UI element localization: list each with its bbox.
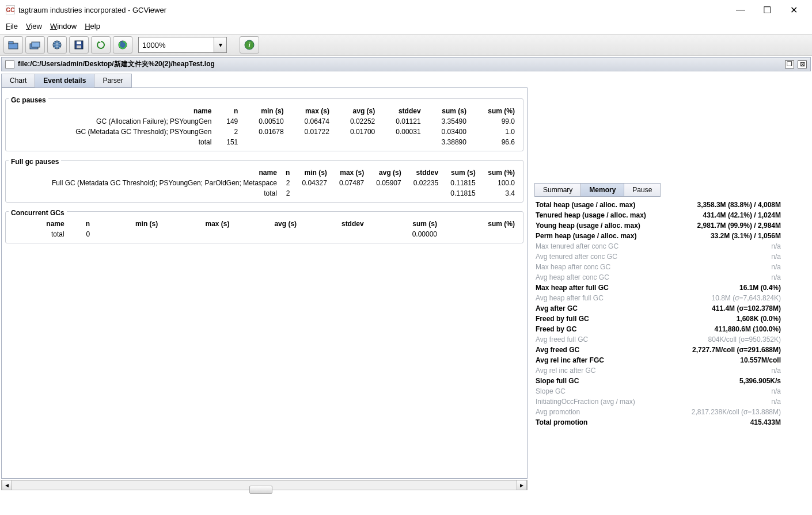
save-button[interactable] [69, 36, 89, 54]
window-controls: — ☐ ✕ [733, 3, 806, 16]
stat-row: Tenured heap (usage / alloc. max)431.4M … [534, 211, 782, 220]
close-button[interactable]: ✕ [786, 3, 802, 16]
section-title: Concurrent GCs [9, 209, 67, 217]
maximize-button[interactable]: ☐ [759, 3, 775, 16]
stat-row: Max tenured after conc GCn/a [534, 242, 782, 251]
detail-tabs: Chart Event details Parser [0, 71, 529, 87]
stat-value: 2,981.7M (99.9%) / 2,984M [697, 222, 781, 230]
stat-label: Slope GC [536, 387, 566, 395]
scroll-right-arrow[interactable]: ▸ [517, 480, 527, 490]
table-header-row: name n min (s) max (s) avg (s) stddev su… [10, 219, 518, 229]
stat-row: Avg heap after conc GCn/a [534, 273, 782, 282]
tab-event-details[interactable]: Event details [35, 74, 94, 87]
stat-value: 10.557M/coll [740, 356, 781, 364]
stat-row: Slope GCn/a [534, 387, 782, 396]
horizontal-scrollbar[interactable]: ◂ ▸ [1, 480, 528, 490]
left-pane: Chart Event details Parser Gc pauses nam… [0, 71, 529, 490]
table-row: total00.00000 [10, 229, 518, 239]
stat-row: Perm heap (usage / alloc. max)33.2M (3.1… [534, 231, 782, 241]
open-file-button[interactable] [3, 36, 23, 54]
stat-value: n/a [771, 273, 781, 281]
zoom-dropdown-button[interactable]: ▾ [214, 37, 226, 52]
document-path: file:/C:/Users/admin/Desktop/新建文件夹%20(2)… [18, 59, 785, 69]
window-title: tagtraum industries incorporated - GCVie… [18, 6, 733, 14]
stat-value: n/a [771, 367, 781, 375]
tab-parser[interactable]: Parser [94, 74, 131, 87]
zoom-input[interactable] [139, 40, 214, 51]
tab-chart[interactable]: Chart [1, 74, 35, 87]
minimize-button[interactable]: — [733, 3, 749, 16]
stat-value: n/a [771, 398, 781, 406]
stat-label: Max heap after full GC [536, 284, 609, 292]
scroll-left-arrow[interactable]: ◂ [2, 480, 12, 490]
stat-label: Avg heap after full GC [536, 294, 604, 302]
stat-value: 16.1M (0.4%) [739, 284, 781, 292]
stat-row: Max heap after full GC16.1M (0.4%) [534, 283, 782, 292]
menu-file[interactable]: File [6, 22, 18, 30]
section-title: Gc pauses [9, 96, 48, 104]
memory-stats-list: Total heap (usage / alloc. max)3,358.3M … [534, 200, 782, 427]
close-doc-icon[interactable]: ⊠ [798, 60, 807, 68]
stat-value: n/a [771, 263, 781, 271]
restore-icon[interactable]: ❐ [785, 60, 794, 68]
table-row: total20.118153.4 [10, 188, 518, 199]
stat-label: Total promotion [536, 418, 587, 426]
scroll-thumb[interactable] [249, 486, 272, 494]
refresh-button[interactable] [91, 36, 111, 54]
table-row: GC (Metadata GC Threshold); PSYoungGen20… [10, 127, 518, 137]
stat-label: Avg freed full GC [536, 335, 588, 344]
menu-help[interactable]: Help [85, 22, 100, 30]
stat-label: Avg tenured after conc GC [536, 253, 617, 261]
stat-label: Slope full GC [536, 377, 579, 385]
document-icon [5, 60, 14, 68]
stat-value: n/a [771, 253, 781, 261]
gc-pauses-table: name n min (s) max (s) avg (s) stddev su… [10, 106, 518, 147]
stat-label: Avg rel inc after GC [536, 367, 595, 375]
tab-summary[interactable]: Summary [534, 183, 581, 197]
tab-memory[interactable]: Memory [580, 183, 624, 197]
stat-row: Total heap (usage / alloc. max)3,358.3M … [534, 200, 782, 209]
stat-row: Max heap after conc GCn/a [534, 262, 782, 272]
menu-view[interactable]: View [26, 22, 42, 30]
open-series-button[interactable] [25, 36, 45, 54]
open-url-button[interactable] [47, 36, 67, 54]
stats-tabs: Summary Memory Pause [534, 183, 782, 197]
stat-value: 411,880.6M (100.0%) [715, 325, 781, 333]
stat-row: Total promotion415.433M [534, 418, 782, 427]
stat-row: Avg rel inc after GCn/a [534, 366, 782, 375]
stat-row: Avg rel inc after FGC10.557M/coll [534, 356, 782, 365]
concurrent-gcs-table: name n min (s) max (s) avg (s) stddev su… [10, 219, 518, 239]
table-header-row: name n min (s) max (s) avg (s) stddev su… [10, 167, 518, 178]
zoom-combo[interactable]: ▾ [138, 37, 227, 53]
stat-label: InitiatingOccFraction (avg / max) [536, 398, 635, 406]
stat-label: Total heap (usage / alloc. max) [536, 201, 635, 209]
stat-row: Avg after GC411.4M (σ=102.378M) [534, 304, 782, 313]
stat-label: Max heap after conc GC [536, 263, 610, 271]
stat-label: Avg freed GC [536, 346, 579, 354]
internal-window-controls: ❐ ⊠ [785, 60, 807, 68]
menu-window[interactable]: Window [50, 22, 77, 30]
stat-row: Slope full GC5,396.905K/s [534, 376, 782, 386]
stat-row: Avg heap after full GC10.8M (σ=7,643.824… [534, 293, 782, 303]
stat-label: Avg promotion [536, 408, 580, 416]
stat-value: 431.4M (42.1%) / 1,024M [703, 211, 781, 219]
stat-label: Avg rel inc after FGC [536, 356, 604, 364]
section-title: Full gc pauses [9, 158, 61, 166]
table-header-row: name n min (s) max (s) avg (s) stddev su… [10, 106, 518, 116]
stat-label: Perm heap (usage / alloc. max) [536, 232, 636, 240]
stat-row: Freed by full GC1,608K (0.0%) [534, 314, 782, 323]
section-full-gc-pauses: Full gc pauses name n min (s) max (s) av… [5, 153, 523, 203]
menu-bar: File View Window Help [0, 20, 812, 34]
stat-value: 5,396.905K/s [739, 377, 781, 385]
stat-label: Max tenured after conc GC [536, 242, 619, 250]
stat-row: Avg freed GC2,727.7M/coll (σ=291.688M) [534, 345, 782, 354]
tab-pause[interactable]: Pause [624, 183, 661, 197]
watch-button[interactable] [113, 36, 132, 54]
stat-value: 1,608K (0.0%) [737, 315, 781, 323]
about-button[interactable]: i [240, 36, 259, 54]
window-titlebar: GC tagtraum industries incorporated - GC… [0, 0, 812, 20]
section-gc-pauses: Gc pauses name n min (s) max (s) avg (s)… [5, 91, 523, 151]
stat-value: n/a [771, 242, 781, 250]
svg-rect-3 [32, 42, 40, 47]
table-row: Full GC (Metadata GC Threshold); PSYoung… [10, 178, 518, 188]
